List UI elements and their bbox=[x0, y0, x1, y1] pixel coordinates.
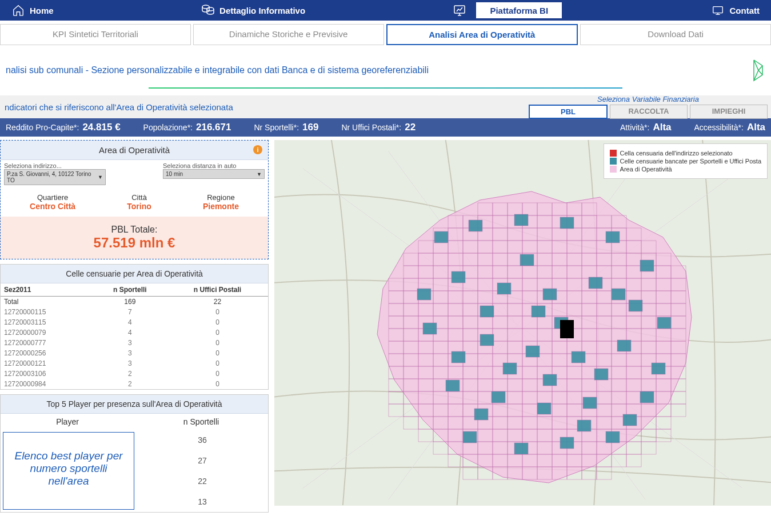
nav-home-label: Home bbox=[30, 6, 54, 15]
distance-dropdown[interactable]: 10 min ▼ bbox=[163, 169, 265, 179]
map-selected-cell bbox=[560, 320, 574, 338]
svg-rect-421 bbox=[532, 306, 545, 317]
svg-rect-401 bbox=[446, 380, 460, 391]
kpi-attivita: Attività*:Alta bbox=[620, 122, 671, 133]
players-title: Top 5 Player per presenza sull'Area di O… bbox=[1, 395, 268, 414]
players-col-player: Player bbox=[1, 417, 134, 426]
kpi-popolazione: Popolazione*:216.671 bbox=[143, 122, 231, 133]
nav-bi[interactable]: Piattaforma BI bbox=[476, 2, 562, 19]
celle-title: Celle censuarie per Area di Operatività bbox=[1, 265, 268, 283]
nav-contact[interactable]: Contatt bbox=[700, 0, 771, 21]
chevron-down-icon: ▼ bbox=[257, 171, 262, 177]
svg-rect-422 bbox=[612, 289, 625, 300]
table-row[interactable]: 1272000012130 bbox=[1, 358, 268, 369]
svg-rect-328 bbox=[656, 417, 671, 429]
pbl-value: 57.519 mln € bbox=[9, 235, 260, 251]
table-row[interactable]: 1272000311540 bbox=[1, 317, 268, 327]
loc-regione: Regione Piemonte bbox=[203, 193, 239, 211]
address-dropdown[interactable]: P.za S. Giovanni, 4, 10122 Torino TO ▼ bbox=[4, 169, 106, 185]
legend-item-area: Area di Operatività bbox=[620, 166, 672, 173]
svg-rect-420 bbox=[577, 420, 591, 431]
subtab-download[interactable]: Download Dati bbox=[580, 24, 771, 45]
subtab-dinamiche[interactable]: Dinamiche Storiche e Previsive bbox=[193, 24, 384, 45]
svg-rect-404 bbox=[583, 397, 597, 409]
var-fin-label: Seleziona Variabile Finanziaria bbox=[525, 95, 771, 103]
svg-rect-359 bbox=[626, 442, 641, 454]
svg-rect-346 bbox=[433, 442, 448, 454]
pbl-total-box: PBL Totale: 57.519 mln € bbox=[1, 217, 268, 259]
indicator-row: ndicatori che si riferiscono all'Area di… bbox=[0, 95, 771, 118]
svg-rect-419 bbox=[503, 363, 517, 374]
svg-rect-374 bbox=[463, 467, 478, 479]
nav-detail[interactable]: Dettaglio Informativo bbox=[190, 0, 317, 21]
home-icon bbox=[11, 3, 25, 17]
svg-rect-399 bbox=[617, 340, 631, 351]
table-row[interactable]: 1272000011570 bbox=[1, 307, 268, 317]
var-fin-tab-raccolta[interactable]: RACCOLTA bbox=[610, 105, 688, 119]
loc-citta: Città Torino bbox=[127, 193, 151, 211]
celle-col-sportelli: n Sportelli bbox=[93, 283, 167, 297]
chart-icon bbox=[453, 3, 466, 17]
svg-rect-373 bbox=[626, 454, 641, 467]
subtab-analisi[interactable]: Analisi Area di Operatività bbox=[386, 24, 578, 45]
svg-rect-389 bbox=[640, 260, 654, 271]
svg-rect-390 bbox=[452, 271, 465, 283]
subtitle-row: nalisi sub comunali - Sezione personaliz… bbox=[0, 49, 771, 87]
svg-rect-412 bbox=[520, 254, 534, 266]
svg-rect-410 bbox=[417, 289, 431, 300]
players-note: Elenco best player per numero sportelli … bbox=[3, 432, 134, 510]
svg-rect-391 bbox=[497, 283, 511, 294]
svg-rect-423 bbox=[474, 409, 488, 420]
area-panel: Area di Operatività i Seleziona indirizz… bbox=[0, 140, 269, 259]
map-operational-area bbox=[366, 186, 697, 489]
svg-rect-413 bbox=[480, 306, 494, 317]
svg-rect-394 bbox=[629, 300, 642, 311]
players-col-sportelli: n Sportelli bbox=[134, 417, 268, 426]
legend-swatch-teal bbox=[610, 158, 617, 165]
kpi-bar: Reddito Pro-Capite*:24.815 € Popolazione… bbox=[0, 118, 771, 137]
kpi-accessibilita: Accessibilità*:Alta bbox=[694, 122, 766, 133]
celle-panel: Celle censuarie per Area di Operatività … bbox=[0, 264, 269, 390]
table-row[interactable]: 1272000025630 bbox=[1, 348, 268, 358]
legend-item-banked: Celle censuarie bancate per Sportelli e … bbox=[620, 158, 761, 165]
svg-rect-387 bbox=[560, 217, 574, 229]
indicator-label: ndicatori che si riferiscono all'Area di… bbox=[0, 102, 525, 112]
nav-bi-label: Piattaforma BI bbox=[490, 6, 548, 15]
distance-selector: Seleziona distanza in auto 10 min ▼ bbox=[163, 162, 265, 185]
table-row[interactable]: 1272000310620 bbox=[1, 369, 268, 379]
subtab-kpi[interactable]: KPI Sintetici Territoriali bbox=[0, 24, 191, 45]
legend-swatch-red bbox=[610, 150, 617, 157]
celle-table: Sez2011 n Sportelli n Uffici Postali Tot… bbox=[1, 283, 268, 389]
kpi-sportelli: Nr Sportelli*:169 bbox=[254, 122, 318, 133]
table-row[interactable]: 1272000007940 bbox=[1, 327, 268, 338]
svg-rect-406 bbox=[463, 431, 477, 443]
svg-rect-403 bbox=[537, 403, 551, 414]
var-fin-block: Seleziona Variabile Finanziaria PBL RACC… bbox=[525, 95, 771, 119]
svg-rect-407 bbox=[514, 443, 528, 454]
table-row[interactable]: Total16922 bbox=[1, 297, 268, 307]
contact-icon bbox=[711, 3, 725, 17]
table-row[interactable]: 1272000077730 bbox=[1, 338, 268, 348]
map-canvas[interactable] bbox=[274, 140, 771, 506]
svg-rect-405 bbox=[623, 414, 637, 426]
page-subtitle: nalisi sub comunali - Sezione personaliz… bbox=[6, 65, 429, 75]
svg-rect-398 bbox=[572, 351, 585, 363]
top-nav: Home Dettaglio Informativo Piattaforma B… bbox=[0, 0, 771, 21]
nav-home[interactable]: Home bbox=[0, 0, 65, 21]
player-val: 36 bbox=[137, 430, 268, 450]
table-row[interactable]: 1272000098420 bbox=[1, 379, 268, 389]
player-val: 27 bbox=[137, 450, 268, 471]
svg-rect-310 bbox=[671, 404, 686, 417]
svg-rect-345 bbox=[656, 429, 671, 442]
var-fin-tab-impieghi[interactable]: IMPIEGHI bbox=[690, 105, 768, 119]
svg-rect-290 bbox=[671, 391, 686, 404]
svg-rect-311 bbox=[404, 417, 418, 429]
svg-rect-400 bbox=[652, 363, 665, 374]
map-legend: Cella censuaria dell'indirizzo seleziona… bbox=[604, 143, 768, 179]
legend-swatch-pink bbox=[610, 166, 617, 173]
kpi-reddito: Reddito Pro-Capite*:24.815 € bbox=[6, 122, 121, 133]
svg-rect-409 bbox=[606, 431, 620, 443]
nav-bi-wrap: Piattaforma BI bbox=[441, 0, 575, 21]
info-icon[interactable]: i bbox=[253, 145, 262, 154]
var-fin-tab-pbl[interactable]: PBL bbox=[529, 105, 608, 119]
